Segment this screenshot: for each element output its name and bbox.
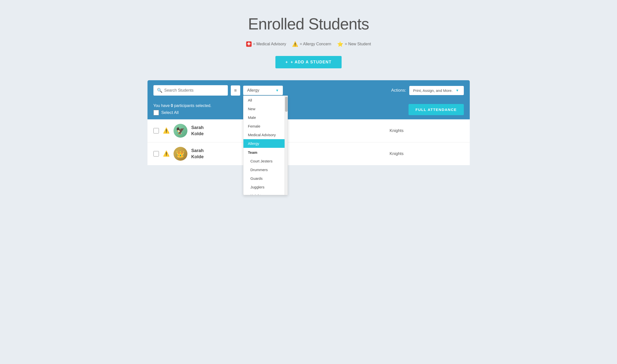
add-student-label: + ADD A STUDENT (291, 60, 331, 64)
dropdown-option-knights[interactable]: Knights (243, 191, 285, 195)
select-all-label[interactable]: Select All (161, 110, 179, 115)
student-team: Knights (329, 128, 464, 133)
participants-section: You have 0 participants selected. Select… (153, 104, 211, 115)
legend-medical: ✚ = Medical Advisory (246, 41, 286, 47)
actions-chevron-down-icon: ▼ (456, 88, 459, 92)
dropdown-option-drummers[interactable]: Drummers (243, 165, 285, 174)
filter-button[interactable]: ≡ (231, 85, 240, 96)
scrollbar-thumb (285, 97, 288, 112)
allergy-alert-icon: ⚠️ (163, 128, 170, 134)
toolbar: 🔍 ≡ Allergy ▼ All New Male (147, 80, 470, 101)
filter-dropdown-value: Allergy (247, 88, 259, 93)
student-name-line2: Kolde (191, 131, 204, 136)
dropdown-option-all[interactable]: All (243, 96, 285, 104)
full-attendance-button[interactable]: FULL ATTENDANCE (409, 104, 464, 115)
select-all-wrapper: Select All (153, 110, 211, 115)
search-input[interactable] (164, 88, 219, 93)
legend: ✚ = Medical Advisory ⚠️ = Allergy Concer… (246, 41, 371, 47)
allergy-icon: ⚠️ (292, 41, 298, 47)
add-student-button[interactable]: + + ADD A STUDENT (275, 56, 341, 68)
avatar: 🦅 (174, 124, 187, 138)
table-row: ⚠️ 🦅 Sarah Kolde Knights (147, 119, 470, 142)
actions-label: Actions: (391, 88, 406, 93)
chevron-down-icon: ▼ (275, 88, 279, 92)
search-box: 🔍 (153, 85, 228, 96)
legend-new: ⭐ = New Student (337, 41, 371, 47)
student-checkbox[interactable] (153, 151, 159, 156)
select-all-checkbox[interactable] (153, 110, 159, 115)
avatar: 👑 (174, 147, 187, 161)
scrollbar[interactable] (285, 96, 288, 195)
dropdown-option-medical[interactable]: Medical Advisory (243, 130, 285, 139)
student-team: Knights (329, 151, 464, 156)
participants-info: You have 0 participants selected. (153, 104, 211, 108)
dropdown-scroll-area[interactable]: All New Male Female Medical Advisory All… (243, 96, 285, 195)
filter-icon: ≡ (234, 88, 237, 93)
dropdown-option-guards[interactable]: Guards (243, 174, 285, 183)
filter-dropdown-wrapper: Allergy ▼ All New Male Female Medical Ad… (243, 86, 283, 95)
student-name-line1: Sarah (191, 148, 204, 153)
allergy-label: = Allergy Concern (300, 42, 331, 46)
participants-text: You have (153, 104, 171, 108)
full-attendance-label: FULL ATTENDANCE (415, 107, 457, 112)
page-title: Enrolled Students (248, 15, 369, 33)
table-row: ⚠️ 👑 Sarah Kolde Knights (147, 142, 470, 165)
participants-count: 0 (171, 104, 173, 108)
dropdown-option-new[interactable]: New (243, 104, 285, 113)
medical-icon: ✚ (246, 41, 252, 47)
participants-suffix: participants selected. (173, 104, 211, 108)
main-panel: 🔍 ≡ Allergy ▼ All New Male (147, 80, 470, 165)
new-student-label: = New Student (345, 42, 371, 46)
student-checkbox[interactable] (153, 128, 159, 133)
avatar-emoji: 👑 (176, 150, 185, 158)
filter-dropdown-list: All New Male Female Medical Advisory All… (243, 96, 288, 195)
student-name-line2: Kolde (191, 154, 204, 159)
dropdown-option-female[interactable]: Female (243, 122, 285, 130)
allergy-alert-icon: ⚠️ (163, 151, 170, 157)
dropdown-option-jugglers[interactable]: Jugglers (243, 183, 285, 191)
dropdown-option-allergy[interactable]: Allergy (243, 139, 285, 148)
actions-dropdown[interactable]: Print, Assign, and More. ▼ (409, 86, 464, 95)
dropdown-option-male[interactable]: Male (243, 113, 285, 122)
legend-allergy: ⚠️ = Allergy Concern (292, 41, 331, 47)
sub-toolbar: You have 0 participants selected. Select… (147, 101, 470, 119)
dropdown-group-team: Team (243, 148, 285, 157)
actions-dropdown-value: Print, Assign, and More. (413, 88, 453, 93)
filter-dropdown-trigger[interactable]: Allergy ▼ (243, 86, 283, 95)
search-icon: 🔍 (157, 88, 162, 93)
new-student-icon: ⭐ (337, 41, 343, 47)
student-name-line1: Sarah (191, 125, 204, 130)
dropdown-option-court-jesters[interactable]: Court Jesters (243, 157, 285, 165)
medical-label: = Medical Advisory (253, 42, 286, 46)
avatar-emoji: 🦅 (176, 127, 185, 135)
students-table: ⚠️ 🦅 Sarah Kolde Knights ⚠️ 👑 Sarah (147, 119, 470, 165)
add-icon: + (285, 60, 288, 64)
